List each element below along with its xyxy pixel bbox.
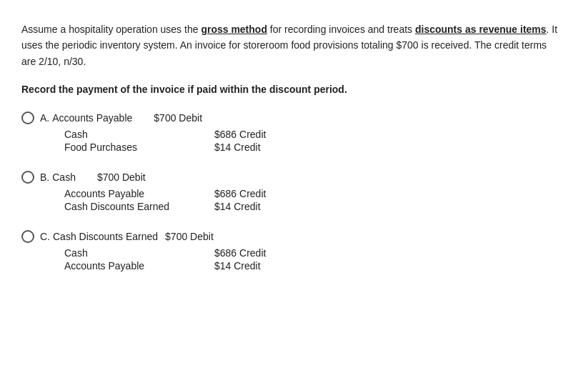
option-a-entries: Cash $686 Credit Food Purchases $14 Cred…	[64, 129, 559, 154]
option-b-account-0: Accounts Payable	[64, 188, 186, 199]
option-b-radio[interactable]	[21, 171, 34, 184]
option-c-amount-1: $14 Credit	[214, 260, 271, 272]
option-b-account-1: Cash Discounts Earned	[64, 201, 186, 212]
option-b-header-account: Cash	[52, 171, 76, 183]
option-b: B. Cash $700 Debit Accounts Payable $686…	[21, 170, 559, 214]
option-b-header-amount: $700 Debit	[97, 171, 146, 183]
option-a-row-1: Food Purchases $14 Credit	[64, 141, 559, 153]
option-c-row-0: Cash $686 Credit	[64, 247, 559, 259]
option-a-amount-1: $14 Credit	[214, 141, 271, 153]
option-a-header-line: A. Accounts Payable $700 Debit	[21, 111, 559, 124]
option-c-header-line: C. Cash Discounts Earned $700 Debit	[21, 229, 559, 243]
option-b-row-0: Accounts Payable $686 Credit	[64, 188, 559, 199]
option-c-letter: C.	[40, 231, 50, 242]
option-a-amount-0: $686 Credit	[214, 129, 271, 140]
option-c-header-amount: $700 Debit	[165, 231, 214, 242]
question-prompt: Record the payment of the invoice if pai…	[21, 84, 559, 95]
option-a-header-account: Accounts Payable	[52, 112, 132, 124]
intro-part1: Assume a hospitality operation uses the	[21, 24, 201, 35]
option-b-amount-1: $14 Credit	[214, 201, 271, 212]
option-c-row-1: Accounts Payable $14 Credit	[64, 260, 559, 272]
intro-bold1: gross method	[201, 24, 267, 35]
option-c-account-1: Accounts Payable	[64, 260, 186, 272]
option-a-letter: A.	[40, 112, 49, 124]
option-b-amount-0: $686 Credit	[214, 188, 271, 199]
option-a-row-0: Cash $686 Credit	[64, 129, 559, 140]
option-b-row-1: Cash Discounts Earned $14 Credit	[64, 201, 559, 212]
option-b-header-line: B. Cash $700 Debit	[21, 170, 559, 184]
option-c-amount-0: $686 Credit	[214, 247, 271, 259]
option-a-header-amount: $700 Debit	[154, 112, 202, 124]
option-c-header-account: Cash Discounts Earned	[53, 231, 158, 242]
intro-part2: for recording invoices and treats	[267, 24, 415, 35]
intro-paragraph: Assume a hospitality operation uses the …	[21, 21, 559, 69]
option-c-account-0: Cash	[64, 247, 186, 259]
option-a-radio[interactable]	[21, 111, 34, 124]
intro-bold2: discounts as revenue items	[415, 24, 547, 35]
option-c-radio[interactable]	[21, 230, 34, 243]
option-b-letter: B.	[40, 171, 49, 183]
option-c: C. Cash Discounts Earned $700 Debit Cash…	[21, 229, 559, 273]
option-a-account-1: Food Purchases	[64, 141, 186, 153]
option-c-entries: Cash $686 Credit Accounts Payable $14 Cr…	[64, 247, 559, 273]
option-a-account-0: Cash	[64, 129, 186, 140]
option-b-entries: Accounts Payable $686 Credit Cash Discou…	[64, 188, 559, 214]
page-container: Assume a hospitality operation uses the …	[0, 0, 588, 378]
option-a: A. Accounts Payable $700 Debit Cash $686…	[21, 111, 559, 154]
